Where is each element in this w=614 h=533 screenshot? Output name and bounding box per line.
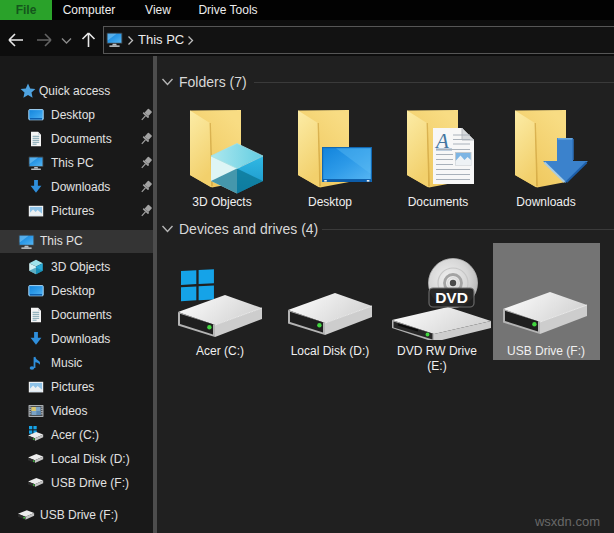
svg-text:DVD: DVD: [435, 289, 468, 306]
